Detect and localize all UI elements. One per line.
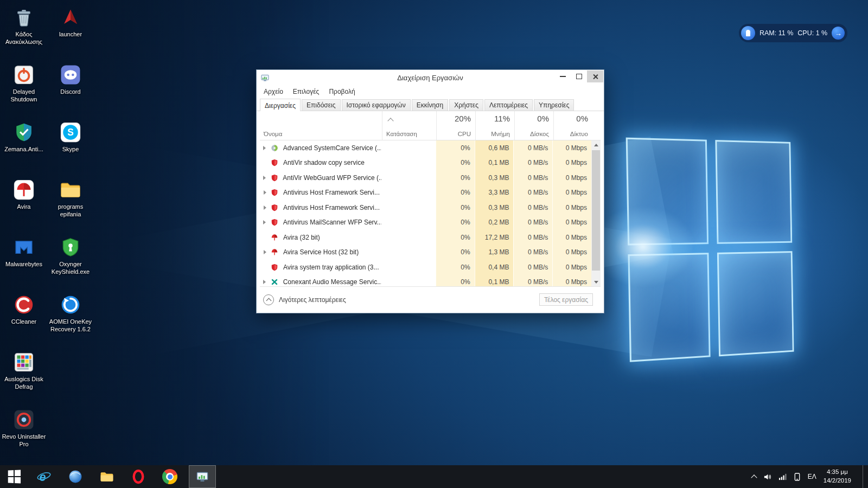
maximize-button[interactable] [571,70,587,82]
language-indicator[interactable]: ΕΛ [808,473,816,480]
chrome-button[interactable] [154,465,186,488]
column-header-status[interactable]: Κατάσταση [382,111,436,140]
process-name: Antivirus MailScanner WFP Serv... [283,219,381,226]
tab-services[interactable]: Υπηρεσίες [534,99,574,111]
table-row[interactable]: Advanced SystemCare Service (... 0% 0,6 … [260,140,591,156]
disk-value: 0 MB/s [513,215,552,230]
desktop-icon-programs-epifania[interactable]: programs epifania [48,176,93,233]
date: 14/2/2019 [824,477,851,485]
boost-arrow-button[interactable]: → [832,27,845,40]
antivirus-shield-icon [271,189,279,196]
process-name: Avira (32 bit) [283,234,320,241]
tab-users[interactable]: Χρήστες [449,99,483,111]
show-desktop-button[interactable] [863,465,867,488]
task-manager-taskbar-button[interactable] [189,465,216,488]
fewer-details-toggle[interactable]: Λιγότερες λεπτομέρειες [263,294,346,305]
network-icon[interactable] [778,473,787,481]
desktop-icon-avira[interactable]: Avira [1,176,47,233]
scroll-up-button[interactable] [591,140,601,150]
performance-widget[interactable]: RAM: 11 % CPU: 1 % → [739,24,847,42]
disk-total: 0% [537,114,549,123]
table-row[interactable]: Avira Service Host (32 bit) 0% 1,3 MB 0 … [260,245,591,260]
menu-view[interactable]: Προβολή [324,86,360,97]
column-header-memory[interactable]: 11% Μνήμη [475,111,514,140]
table-row[interactable]: Conexant Audio Message Servic... 0% 0,1 … [260,275,591,287]
tab-app-history[interactable]: Ιστορικό εφαρμογών [342,99,411,111]
column-header-disk[interactable]: 0% Δίσκος [514,111,553,140]
column-header-network[interactable]: 0% Δίκτυο [553,111,592,140]
table-row[interactable]: Avira system tray application (3... 0% 0… [260,260,591,275]
desktop-icon-zemana[interactable]: Zemana.Anti... [1,118,47,176]
column-header-cpu[interactable]: 20% CPU [436,111,475,140]
icon-label: Zemana.Anti... [4,146,43,153]
antivirus-shield-icon [271,264,279,271]
process-status [381,156,436,171]
menu-options[interactable]: Επιλογές [288,86,324,97]
scrollbar-thumb[interactable] [592,150,600,271]
desktop: Κάδος Ανακύκλωσης Delayed Shutdown Zeman… [0,0,868,488]
process-status [381,245,436,260]
vertical-scrollbar[interactable] [591,140,601,287]
menu-file[interactable]: Αρχείο [259,86,288,97]
internet-explorer-button[interactable]: e [28,465,60,488]
device-icon[interactable] [794,473,801,481]
tab-performance[interactable]: Επιδόσεις [302,99,341,111]
scroll-down-button[interactable] [591,278,601,287]
desktop-icon-recycle-bin[interactable]: Κάδος Ανακύκλωσης [1,3,47,61]
browser-button[interactable] [60,465,91,488]
discord-icon [59,63,82,87]
ram-usage-label: RAM: 11 % [760,29,793,37]
process-status [381,170,436,185]
tab-processes[interactable]: Διεργασίες [260,99,301,111]
column-header-name[interactable]: Όνομα [260,111,382,140]
tab-startup[interactable]: Εκκίνηση [412,99,448,111]
table-row[interactable]: Antivirus MailScanner WFP Serv... 0% 0,2… [260,215,591,230]
table-row[interactable]: Antivirus Host Framework Servi... 0% 3,3… [260,185,591,201]
desktop-icon-launcher[interactable]: launcher [48,3,93,61]
column-label: Κατάσταση [386,131,417,137]
expand-chevron-icon[interactable] [261,176,268,180]
title-bar[interactable]: Διαχείριση Εργασιών [257,70,604,85]
hidden-icons-chevron[interactable] [752,473,756,480]
memory-value: 0,3 MB [475,170,514,185]
close-button[interactable] [587,70,603,82]
end-task-button[interactable]: Τέλος εργασίας [539,293,593,306]
opera-button[interactable] [123,465,154,488]
table-row[interactable]: Antivirus Host Framework Servi... 0% 0,3… [260,200,591,215]
table-row[interactable]: Avira (32 bit) 0% 17,2 MB 0 MB/s 0 Mbps [260,230,591,245]
icon-label: Κάδος Ανακύκλωσης [1,31,47,46]
expand-chevron-icon[interactable] [261,250,268,254]
table-row[interactable]: AntiVir shadow copy service 0% 0,1 MB 0 … [260,156,591,171]
desktop-icon-malwarebytes[interactable]: Malwarebytes [1,233,47,291]
memory-value: 0,2 MB [475,215,514,230]
icon-label: Skype [62,146,79,153]
tab-details[interactable]: Λεπτομέρειες [484,99,533,111]
expand-chevron-icon[interactable] [261,220,268,224]
desktop-icon-skype[interactable]: S Skype [48,118,93,176]
start-button[interactable] [0,465,28,488]
process-name: Avira Service Host (32 bit) [283,248,359,256]
desktop-icon-delayed-shutdown[interactable]: Delayed Shutdown [1,61,47,118]
cpu-value: 0% [436,170,475,185]
desktop-icon-oxynger[interactable]: Oxynger KeyShield.exe [48,233,93,291]
disk-value: 0 MB/s [513,185,552,201]
desktop-icon-aomei[interactable]: AOMEI OneKey Recovery 1.6.2 [48,291,93,348]
minimize-button[interactable] [554,70,571,82]
expand-chevron-icon[interactable] [261,280,268,284]
process-status [381,185,436,201]
desktop-icon-discord[interactable]: Discord [48,61,93,118]
expand-chevron-icon[interactable] [261,206,268,210]
desktop-icon-revo[interactable]: Revo Uninstaller Pro [1,406,47,463]
disk-value: 0 MB/s [513,156,552,171]
system-tray: ΕΛ 4:35 μμ 14/2/2019 [752,465,868,488]
expand-chevron-icon[interactable] [261,146,268,150]
volume-icon[interactable] [763,473,771,481]
desktop-icon-auslogics-defrag[interactable]: Auslogics Disk Defrag [1,348,47,406]
table-row[interactable]: AntiVir WebGuard WFP Service (... 0% 0,3… [260,170,591,185]
folder-icon [59,178,82,202]
avira-process-icon [271,234,279,241]
expand-chevron-icon[interactable] [261,190,268,195]
clock[interactable]: 4:35 μμ 14/2/2019 [824,468,851,485]
file-explorer-button[interactable] [91,465,123,488]
desktop-icon-ccleaner[interactable]: CCleaner [1,291,47,348]
